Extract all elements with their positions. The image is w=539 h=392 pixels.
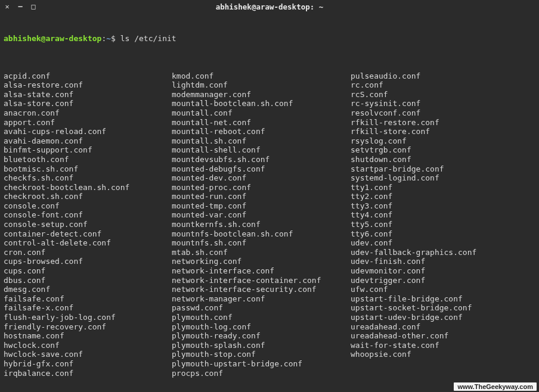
file-entry: control-alt-delete.conf <box>4 238 172 248</box>
file-entry: tty3.conf <box>351 201 535 211</box>
file-entry: apport.conf <box>4 118 172 127</box>
file-entry: acpid.conf <box>4 71 172 81</box>
minimize-icon[interactable]: — <box>17 3 24 10</box>
file-entry: rsyslog.conf <box>351 136 535 146</box>
command-text <box>116 34 120 43</box>
file-entry: cron.conf <box>4 248 172 257</box>
maximize-icon[interactable]: □ <box>30 3 37 10</box>
file-entry: mountall.sh.conf <box>172 136 351 146</box>
file-entry: mountkernfs.sh.conf <box>172 220 351 229</box>
file-entry: mountdevsubfs.sh.conf <box>172 155 351 164</box>
file-entry: networking.conf <box>172 257 351 266</box>
file-entry: dmesg.conf <box>4 285 172 294</box>
file-entry: network-manager.conf <box>172 294 351 304</box>
file-entry: mounted-debugfs.conf <box>172 164 351 174</box>
prompt-dollar: $ <box>111 34 116 43</box>
file-entry: plymouth-ready.conf <box>172 331 351 341</box>
file-entry: network-interface.conf <box>172 266 351 276</box>
file-entry: plymouth-splash.conf <box>172 341 351 350</box>
file-entry: anacron.conf <box>4 108 172 118</box>
file-entry: plymouth.conf <box>172 313 351 322</box>
file-entry: resolvconf.conf <box>351 108 535 118</box>
file-entry: friendly-recovery.conf <box>4 322 172 332</box>
file-entry: checkroot.sh.conf <box>4 192 172 201</box>
file-entry: tty4.conf <box>351 210 535 220</box>
file-entry: console-setup.conf <box>4 220 172 229</box>
file-entry: container-detect.conf <box>4 229 172 239</box>
file-entry: hybrid-gfx.conf <box>4 359 172 369</box>
file-entry: lightdm.conf <box>172 80 351 90</box>
file-entry: kmod.conf <box>172 71 351 81</box>
file-entry: cups-browsed.conf <box>4 257 172 266</box>
file-entry: mountnfs-bootclean.sh.conf <box>172 229 351 239</box>
file-entry: failsafe-x.conf <box>4 303 172 313</box>
file-entry: network-interface-container.conf <box>172 276 351 285</box>
file-entry: bootmisc.sh.conf <box>4 164 172 174</box>
file-entry: passwd.conf <box>172 303 351 313</box>
file-entry: upstart-udev-bridge.conf <box>351 313 535 322</box>
file-entry: cups.conf <box>4 266 172 276</box>
prompt-line: abhishek@araw-desktop:~$ ls /etc/init <box>4 34 535 43</box>
file-entry: udev-finish.conf <box>351 257 535 266</box>
file-entry: rc-sysinit.conf <box>351 99 535 108</box>
file-entry: systemd-logind.conf <box>351 173 535 183</box>
file-entry: irqbalance.conf <box>4 369 172 378</box>
file-entry: alsa-store.conf <box>4 99 172 108</box>
file-entry: plymouth-stop.conf <box>172 350 351 359</box>
ls-output: acpid.confalsa-restore.confalsa-state.co… <box>4 71 535 378</box>
file-entry: tty2.conf <box>351 192 535 201</box>
file-entry: avahi-daemon.conf <box>4 136 172 146</box>
file-entry: mounted-dev.conf <box>172 173 351 183</box>
file-entry: rc.conf <box>351 80 535 90</box>
file-entry: mounted-run.conf <box>172 192 351 201</box>
file-entry: setvtrgb.conf <box>351 145 535 155</box>
file-entry: plymouth-upstart-bridge.conf <box>172 359 351 369</box>
file-entry: upstart-file-bridge.conf <box>351 294 535 304</box>
file-entry: network-interface-security.conf <box>172 285 351 294</box>
file-entry: mountall-shell.conf <box>172 145 351 155</box>
file-entry: hostname.conf <box>4 331 172 341</box>
file-entry: hwclock-save.conf <box>4 350 172 359</box>
file-entry: console.conf <box>4 201 172 211</box>
prompt-colon: : <box>101 34 106 43</box>
file-entry: mounted-proc.conf <box>172 183 351 192</box>
file-entry: avahi-cups-reload.conf <box>4 127 172 136</box>
file-entry: startpar-bridge.conf <box>351 164 535 174</box>
file-entry: rcS.conf <box>351 90 535 99</box>
file-entry: tty6.conf <box>351 229 535 239</box>
file-entry: checkroot-bootclean.sh.conf <box>4 183 172 192</box>
file-entry: modemmanager.conf <box>172 90 351 99</box>
file-entry: mountall-bootclean.sh.conf <box>172 99 351 108</box>
file-entry: mtab.sh.conf <box>172 248 351 257</box>
terminal-output[interactable]: abhishek@araw-desktop:~$ ls /etc/init ac… <box>0 13 539 392</box>
file-entry: mounted-tmp.conf <box>172 201 351 211</box>
file-entry: hwclock.conf <box>4 341 172 350</box>
file-entry: rfkill-restore.conf <box>351 118 535 127</box>
file-entry: rfkill-store.conf <box>351 127 535 136</box>
window-title: abhishek@araw-desktop: ~ <box>0 2 539 11</box>
file-entry: mountall-net.conf <box>172 118 351 127</box>
prompt-path: ~ <box>106 34 111 43</box>
file-entry: wait-for-state.conf <box>351 341 535 350</box>
file-entry: shutdown.conf <box>351 155 535 164</box>
file-entry: ureadahead-other.conf <box>351 331 535 341</box>
file-entry: plymouth-log.conf <box>172 322 351 332</box>
file-entry: pulseaudio.conf <box>351 71 535 81</box>
file-entry: whoopsie.conf <box>351 350 535 359</box>
file-entry: upstart-socket-bridge.conf <box>351 303 535 313</box>
file-entry: flush-early-job-log.conf <box>4 313 172 322</box>
titlebar: ✕ — □ abhishek@araw-desktop: ~ <box>0 0 539 13</box>
file-entry: udevtrigger.conf <box>351 276 535 285</box>
listing-column-2: kmod.conflightdm.confmodemmanager.confmo… <box>172 71 351 378</box>
command-text: ls /etc/init <box>120 34 176 43</box>
file-entry: dbus.conf <box>4 276 172 285</box>
file-entry: bluetooth.conf <box>4 155 172 164</box>
file-entry: udevmonitor.conf <box>351 266 535 276</box>
file-entry: tty1.conf <box>351 183 535 192</box>
file-entry: mountall-reboot.conf <box>172 127 351 136</box>
file-entry: mounted-var.conf <box>172 210 351 220</box>
close-icon[interactable]: ✕ <box>4 3 11 10</box>
file-entry: failsafe.conf <box>4 294 172 304</box>
file-entry: mountnfs.sh.conf <box>172 238 351 248</box>
watermark: www.TheGeekyway.com <box>454 382 537 391</box>
